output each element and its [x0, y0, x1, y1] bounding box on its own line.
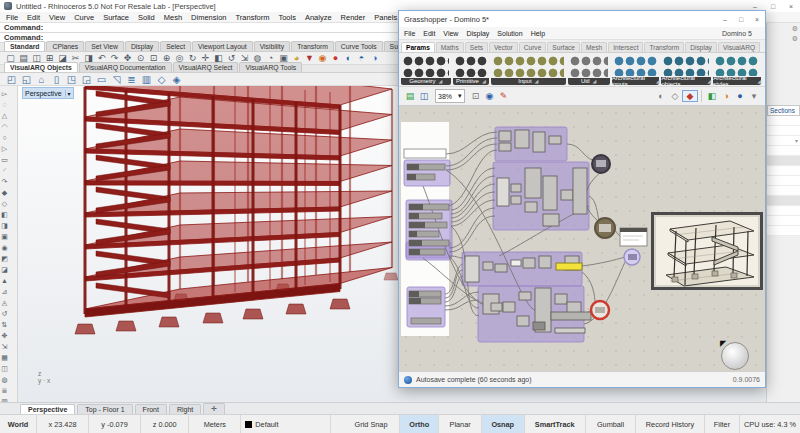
- toolbar-tab[interactable]: CPlanes: [46, 41, 84, 51]
- roof-icon[interactable]: ◹: [109, 73, 124, 85]
- boolean-union-icon[interactable]: ▣: [0, 231, 9, 242]
- split-icon[interactable]: ◬: [0, 297, 9, 308]
- toolbar-tab[interactable]: Standard: [4, 41, 45, 51]
- window-icon[interactable]: ◲: [79, 73, 94, 85]
- panel-row[interactable]: [767, 206, 800, 216]
- component-category-tab[interactable]: Transform: [644, 42, 684, 52]
- sketch-tool-icon[interactable]: ✎: [497, 91, 511, 101]
- window-button-icon[interactable]: □: [764, 1, 782, 12]
- surface-icon[interactable]: ◆: [0, 187, 9, 198]
- menu-item[interactable]: File: [6, 13, 18, 22]
- freeform-curve-icon[interactable]: ◜: [0, 165, 9, 176]
- panel-gear-icon-2[interactable]: ⚙: [767, 33, 800, 43]
- move-tool-icon[interactable]: ✥: [0, 330, 9, 341]
- toggle-grid-snap[interactable]: Grid Snap: [343, 415, 401, 433]
- component-icons[interactable]: [455, 55, 487, 77]
- render-preview-icon[interactable]: ◐: [342, 52, 355, 64]
- component-category-tab[interactable]: Curve: [519, 42, 547, 52]
- beam-icon[interactable]: ⌂: [34, 73, 49, 85]
- component-icons[interactable]: [663, 55, 709, 76]
- menu-item[interactable]: Surface: [103, 13, 129, 22]
- component-group-label[interactable]: Util◢: [568, 78, 610, 85]
- furniture-icon[interactable]: ◇: [154, 73, 169, 85]
- orient-icon[interactable]: ◍: [0, 374, 9, 385]
- viewport-tab[interactable]: ✛: [203, 403, 225, 414]
- component-icons[interactable]: [570, 55, 608, 77]
- component-category-tab[interactable]: Surface: [547, 42, 580, 52]
- component-group-label[interactable]: Primitive◢: [453, 78, 489, 85]
- toolbar-tab[interactable]: Curve Tools: [335, 41, 383, 51]
- toggle-record-history[interactable]: Record History: [636, 415, 705, 433]
- menu-item[interactable]: Panels: [374, 13, 397, 22]
- toolbar-tab[interactable]: Display: [125, 41, 159, 51]
- component-group-label[interactable]: Architectural objects◢: [661, 77, 711, 85]
- group-expand-icon[interactable]: ◢: [535, 78, 539, 84]
- menu-item[interactable]: Mesh: [164, 13, 182, 22]
- toolbar-tab[interactable]: Visibility: [254, 41, 290, 51]
- cluster-node[interactable]: [595, 218, 615, 238]
- window-button-icon[interactable]: –: [717, 14, 733, 25]
- domino-reference-image[interactable]: [651, 212, 763, 290]
- material-icon[interactable]: ◑: [719, 91, 733, 101]
- menu-item[interactable]: Dimension: [191, 13, 226, 22]
- panel-row[interactable]: [767, 216, 800, 226]
- group-expand-icon[interactable]: ◢: [593, 78, 597, 84]
- mirror-tool-icon[interactable]: ◫: [0, 363, 9, 374]
- grasshopper-window[interactable]: Grasshopper - Domino 5* –□× File Edit Vi…: [398, 10, 766, 388]
- polygon-icon[interactable]: ▷: [0, 143, 9, 154]
- panel-row[interactable]: [767, 126, 800, 136]
- menu-item[interactable]: Edit: [27, 13, 40, 22]
- viewport-menu-caret-icon[interactable]: ▾: [65, 90, 71, 97]
- panel-row[interactable]: [767, 116, 800, 126]
- gh-menu-edit[interactable]: Edit: [423, 30, 435, 37]
- canvas-compass-widget[interactable]: [721, 342, 749, 370]
- menu-item[interactable]: Transform: [236, 13, 270, 22]
- boolean-diff-icon[interactable]: ◉: [0, 242, 9, 253]
- group-expand-icon[interactable]: ◢: [757, 78, 761, 84]
- visualarq-tab[interactable]: VisualARQ Documentation: [79, 62, 172, 72]
- slab-icon[interactable]: ▭: [94, 73, 109, 85]
- component-category-tab[interactable]: Intersect: [608, 42, 643, 52]
- toolbar-tab[interactable]: Viewport Layout: [192, 41, 253, 51]
- viewport-tab[interactable]: Front: [135, 404, 167, 414]
- curtain-wall-icon[interactable]: ◱: [19, 73, 34, 85]
- menu-item[interactable]: Solid: [138, 13, 155, 22]
- window-button-icon[interactable]: ×: [749, 14, 765, 25]
- coordinate-system[interactable]: World: [0, 415, 37, 433]
- component-icons[interactable]: [493, 55, 564, 77]
- galapagos-node[interactable]: [592, 155, 610, 173]
- panel-gear-icon[interactable]: ⚙: [767, 23, 800, 33]
- polyline-icon[interactable]: △: [0, 110, 9, 121]
- help-icon[interactable]: ◑: [368, 52, 381, 64]
- trim-icon[interactable]: ⊿: [0, 286, 9, 297]
- preview-off-icon[interactable]: ◐: [654, 91, 668, 101]
- space-icon[interactable]: ◈: [169, 73, 184, 85]
- group-expand-icon[interactable]: ◢: [707, 78, 711, 84]
- gh-menu-help[interactable]: Help: [531, 30, 545, 37]
- component-group-label[interactable]: Input◢: [491, 78, 566, 85]
- render-icon[interactable]: ●: [329, 52, 342, 64]
- rectangle-icon[interactable]: ▭: [0, 154, 9, 165]
- display-caret-icon[interactable]: ▾: [747, 91, 761, 101]
- panel-row[interactable]: [767, 176, 800, 186]
- component-category-tab[interactable]: Mesh: [581, 42, 607, 52]
- preview-wireframe-icon[interactable]: ◇: [668, 91, 682, 101]
- zoom-level-select[interactable]: 38% ▾: [435, 89, 465, 103]
- panel-row[interactable]: [767, 226, 800, 236]
- extrude-icon[interactable]: ◩: [0, 253, 9, 264]
- group-expand-icon[interactable]: ◢: [482, 78, 486, 84]
- gh-menu-display[interactable]: Display: [466, 30, 489, 37]
- zoom-focus-icon[interactable]: ⊡: [469, 91, 483, 101]
- toolbar-tab[interactable]: Transform: [291, 41, 334, 51]
- panel-dropdown-row[interactable]: ▾: [767, 136, 800, 146]
- visualarq-tab[interactable]: VisualARQ Select: [173, 62, 239, 72]
- sections-panel-tab[interactable]: Sections: [767, 105, 800, 116]
- viewport-tab[interactable]: Right: [169, 404, 201, 414]
- join-icon[interactable]: ↺: [0, 308, 9, 319]
- component-category-tab[interactable]: Sets: [465, 42, 488, 52]
- dimension-icon[interactable]: ≣: [0, 385, 9, 396]
- window-button-icon[interactable]: ×: [782, 1, 800, 12]
- surface-corner-icon[interactable]: ◇: [0, 198, 9, 209]
- gh-menu-file[interactable]: File: [404, 30, 415, 37]
- component-category-tab[interactable]: Params: [401, 42, 435, 52]
